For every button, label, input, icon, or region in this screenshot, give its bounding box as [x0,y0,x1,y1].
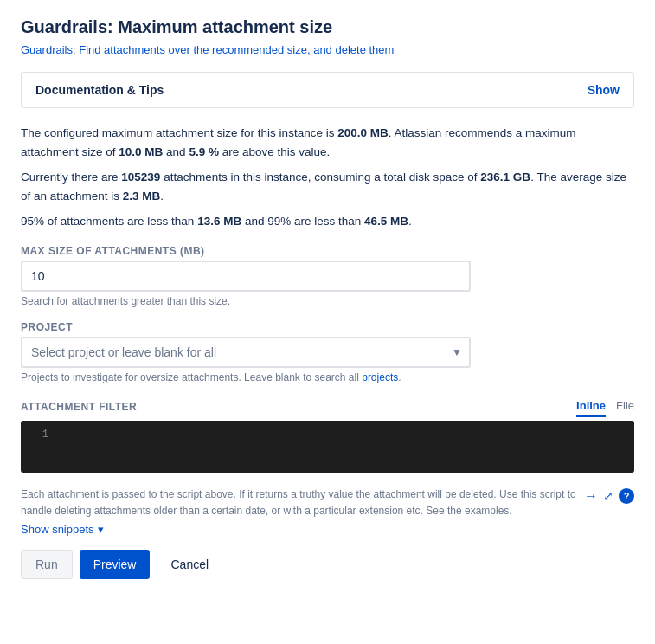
script-info-row: Each attachment is passed to the script … [21,486,634,519]
projects-link[interactable]: projects [362,371,398,383]
info-text-1: The configured maximum attachment size f… [21,124,634,161]
project-select[interactable]: Select project or leave blank for all [21,337,471,368]
max-size-hint: Search for attachments greater than this… [21,295,634,307]
run-button[interactable]: Run [21,550,73,579]
docs-panel-label: Documentation & Tips [35,83,164,97]
page-subtitle-link[interactable]: Guardrails: Find attachments over the re… [21,43,394,56]
show-snippets-button[interactable]: Show snippets ▾ [21,523,104,536]
percentile-99: 46.5 MB [364,215,408,228]
project-hint: Projects to investigate for oversize att… [21,371,634,383]
show-snippets-row: Show snippets ▾ [21,519,634,536]
show-snippets-label: Show snippets [21,523,94,536]
tab-inline[interactable]: Inline [576,397,606,417]
project-select-wrapper: Select project or leave blank for all ▼ [21,337,471,368]
script-icons-row: → ⤢ ? [584,488,634,504]
attachment-filter-header: Attachment filter Inline File [21,397,634,417]
truthy-link[interactable]: truthy [299,488,325,500]
project-label: Project [21,321,634,333]
code-editor[interactable]: 1 [21,421,634,473]
script-info-text: Each attachment is passed to the script … [21,486,577,519]
attachment-filter-section: Attachment filter Inline File 1 [21,397,634,473]
filter-tabs: Inline File [576,397,634,417]
cancel-button[interactable]: Cancel [157,550,222,579]
show-snippets-chevron-icon: ▾ [98,523,104,536]
tab-file[interactable]: File [616,397,634,417]
docs-show-button[interactable]: Show [588,83,620,97]
preview-button[interactable]: Preview [80,550,151,579]
examples-link[interactable]: examples [465,505,509,517]
line-number-1: 1 [28,428,48,441]
attachment-count: 105239 [121,171,160,184]
recommended-size: 10.0 MB [119,145,163,158]
buttons-row: Run Preview Cancel [21,550,634,579]
max-size-value: 200.0 MB [337,126,389,139]
percentage-above: 5.9 % [189,145,219,158]
expand-icon[interactable]: ⤢ [603,489,613,503]
code-line-1: 1 [21,428,634,441]
percentile-95: 13.6 MB [197,215,241,228]
arrow-icon[interactable]: → [584,488,598,504]
info-text-2: Currently there are 105239 attachments i… [21,168,634,205]
page-title: Guardrails: Maximum attachment size [21,17,634,37]
max-size-field-section: Max size of attachments (MB) Search for … [21,245,634,307]
info-text-3: 95% of attachments are less than 13.6 MB… [21,212,634,231]
max-size-input[interactable] [21,261,471,292]
page-subtitle: Guardrails: Find attachments over the re… [21,42,634,56]
info-section: The configured maximum attachment size f… [21,124,634,231]
extension-link[interactable]: extension [359,505,403,517]
project-field-section: Project Select project or leave blank fo… [21,321,634,383]
attachment-filter-label: Attachment filter [21,401,137,413]
docs-panel: Documentation & Tips Show [21,72,634,108]
max-size-label: Max size of attachments (MB) [21,245,634,257]
help-icon[interactable]: ? [619,488,634,504]
avg-size: 2.3 MB [123,190,161,203]
total-disk-space: 236.1 GB [480,171,530,184]
